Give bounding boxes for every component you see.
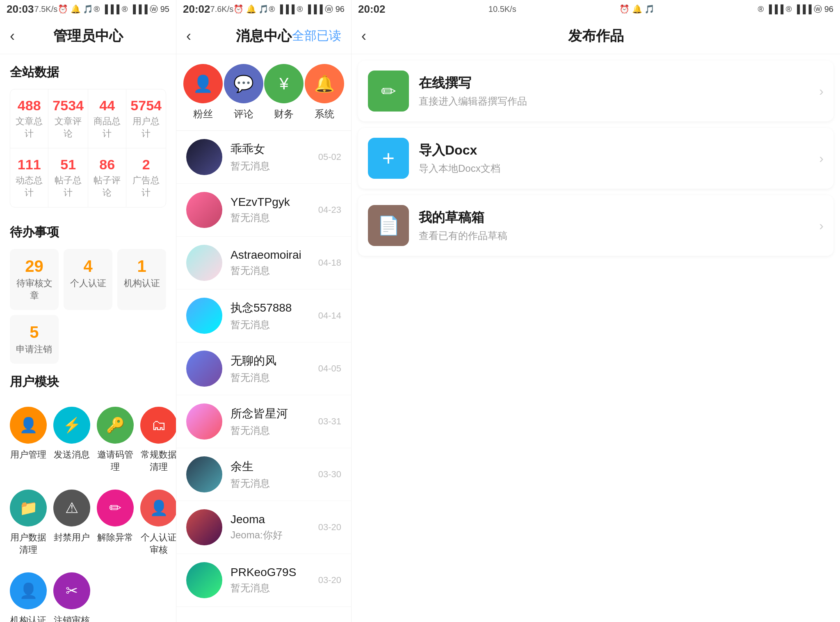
cat-fans-label: 粉丝 — [193, 107, 213, 121]
msg-avatar-3 — [186, 298, 222, 334]
module-org-cert-review[interactable]: 👤 机构认证审核 — [7, 564, 50, 622]
back-button-right[interactable]: ‹ — [361, 27, 366, 45]
todo-pending-articles-value: 29 — [14, 257, 55, 276]
module-user-management[interactable]: 👤 用户管理 — [7, 399, 50, 481]
todo-personal-cert[interactable]: 4 个人认证 — [64, 249, 112, 310]
msg-name-1: YEzvTPgyk — [231, 196, 318, 209]
publish-online-writing-sub: 直接进入编辑器撰写作品 — [419, 95, 819, 108]
stats-grid: 488 文章总计 7534 文章评论 44 商品总计 5754 用户总计 111 — [10, 89, 166, 207]
cat-system[interactable]: 🔔 系统 — [305, 64, 344, 121]
msg-item-8[interactable]: PRKeoG79S 暂无消息 03-20 — [176, 554, 351, 607]
module-user-data-clean[interactable]: 📁 用户数据清理 — [7, 481, 50, 564]
msg-preview-0: 暂无消息 — [231, 159, 318, 173]
msg-item-5[interactable]: 所念皆星河 暂无消息 03-31 — [176, 395, 351, 448]
status-bar-right: 20:02 10.5K/s ⏰ 🔔 🎵 ® ▐▐▐ ® ▐▐▐ ⓦ 96 — [352, 0, 840, 18]
msg-preview-2: 暂无消息 — [231, 264, 318, 277]
msg-item-2[interactable]: Astraeomoirai 暂无消息 04-18 — [176, 237, 351, 289]
stat-dynamics-label: 动态总计 — [14, 174, 44, 199]
todo-cancel-apply[interactable]: 5 申请注销 — [10, 315, 59, 364]
msg-item-6[interactable]: 余生 暂无消息 03-30 — [176, 448, 351, 501]
message-panel: 20:02 7.6K/s ⏰ 🔔 🎵 ® ▐▐▐ ® ▐▐▐ ⓦ 96 ‹ 消息… — [176, 0, 352, 622]
back-button-left[interactable]: ‹ — [10, 27, 15, 45]
cat-system-icon: 🔔 — [305, 64, 344, 103]
admin-panel: 20:03 7.5K/s ⏰ 🔔 🎵 ® ▐▐▐ ® ▐▐▐ ⓦ 95 ‹ 管理… — [0, 0, 176, 622]
message-list[interactable]: 乖乖女 暂无消息 05-02 YEzvTPgyk 暂无消息 04-23 Astr… — [176, 131, 351, 622]
publish-draft-box-icon: 📄 — [368, 205, 409, 246]
msg-item-3[interactable]: 执念557888 暂无消息 04-14 — [176, 289, 351, 342]
user-module-grid: 👤 用户管理 ⚡ 发送消息 🔑 邀请码管理 🗂 常规数据清理 📁 用户数据清理 … — [0, 399, 176, 622]
module-invite-code[interactable]: 🔑 邀请码管理 — [94, 399, 137, 481]
msg-preview-5: 暂无消息 — [231, 424, 318, 437]
site-stats-section: 全站数据 488 文章总计 7534 文章评论 44 商品总计 5754 用户总… — [0, 54, 176, 207]
todo-org-cert[interactable]: 1 机构认证 — [117, 249, 166, 310]
module-personal-cert-review[interactable]: 👤 个人认证审核 — [137, 481, 176, 564]
publish-draft-box-text: 我的草稿箱 查看已有的作品草稿 — [419, 209, 819, 242]
stat-posts-value: 51 — [52, 157, 84, 173]
speed-right: 10.5K/s — [488, 5, 516, 14]
publish-import-docx-icon: + — [368, 138, 409, 179]
msg-name-6: 余生 — [231, 459, 318, 474]
msg-item-4[interactable]: 无聊的风 暂无消息 04-05 — [176, 342, 351, 395]
msg-item-0[interactable]: 乖乖女 暂无消息 05-02 — [176, 131, 351, 184]
msg-info-0: 乖乖女 暂无消息 — [231, 141, 318, 173]
cat-comments[interactable]: 💬 评论 — [224, 64, 263, 121]
mark-all-read-button[interactable]: 全部已读 — [292, 27, 341, 44]
sys-icons-right: ⏰ 🔔 🎵 — [619, 4, 655, 14]
publish-online-writing[interactable]: ✏ 在线撰写 直接进入编辑器撰写作品 › — [358, 61, 833, 121]
cat-fans[interactable]: 👤 粉丝 — [183, 64, 223, 121]
publish-import-docx[interactable]: + 导入Docx 导入本地Docx文档 › — [358, 128, 833, 189]
stat-users: 5754 用户总计 — [126, 89, 166, 148]
message-categories: 👤 粉丝 💬 评论 ¥ 财务 🔔 系统 — [176, 54, 351, 131]
publish-draft-box-chevron: › — [819, 218, 824, 233]
todo-pending-articles[interactable]: 29 待审核文章 — [10, 249, 59, 310]
publish-online-writing-icon: ✏ — [368, 71, 409, 112]
cat-finance[interactable]: ¥ 财务 — [264, 64, 304, 121]
signal-icons-left: ® ▐▐▐ ® ▐▐▐ ⓦ 95 — [94, 4, 169, 15]
stat-ads: 2 广告总计 — [126, 148, 166, 207]
module-org-cert-review-icon: 👤 — [10, 572, 47, 609]
module-resolve-anomaly[interactable]: ✏ 解除异常 — [94, 481, 137, 564]
msg-avatar-8 — [186, 562, 222, 598]
msg-preview-8: 暂无消息 — [231, 581, 318, 595]
module-ban-user-icon: ⚠ — [53, 490, 90, 526]
signal-icons-center: ® ▐▐▐ ® ▐▐▐ ⓦ 96 — [269, 4, 345, 15]
status-bar-left: 20:03 7.5K/s ⏰ 🔔 🎵 ® ▐▐▐ ® ▐▐▐ ⓦ 95 — [0, 0, 176, 18]
stat-products-value: 44 — [92, 98, 122, 114]
msg-info-6: 余生 暂无消息 — [231, 459, 318, 490]
msg-info-1: YEzvTPgyk 暂无消息 — [231, 196, 318, 224]
stat-article-comments: 7534 文章评论 — [48, 89, 88, 148]
todo-title: 待办事项 — [10, 224, 166, 241]
cat-finance-icon: ¥ — [264, 64, 304, 103]
msg-info-5: 所念皆星河 暂无消息 — [231, 406, 318, 437]
user-module-section: 用户模块 — [0, 364, 176, 390]
cat-system-label: 系统 — [315, 107, 334, 121]
msg-name-5: 所念皆星河 — [231, 406, 318, 422]
time-right: 20:02 — [358, 3, 386, 16]
publish-import-docx-title: 导入Docx — [419, 141, 819, 159]
publish-draft-box[interactable]: 📄 我的草稿箱 查看已有的作品草稿 › — [358, 195, 833, 256]
msg-name-0: 乖乖女 — [231, 141, 318, 157]
msg-item-1[interactable]: YEzvTPgyk 暂无消息 04-23 — [176, 184, 351, 237]
module-data-clean[interactable]: 🗂 常规数据清理 — [137, 399, 176, 481]
back-button-center[interactable]: ‹ — [186, 27, 191, 45]
user-module-title: 用户模块 — [10, 374, 166, 390]
msg-info-3: 执念557888 暂无消息 — [231, 300, 318, 331]
msg-avatar-1 — [186, 192, 222, 228]
stat-dynamics-value: 111 — [14, 157, 44, 173]
msg-item-7[interactable]: Jeoma Jeoma:你好 03-20 — [176, 501, 351, 554]
msg-info-2: Astraeomoirai 暂无消息 — [231, 248, 318, 277]
left-scroll[interactable]: 全站数据 488 文章总计 7534 文章评论 44 商品总计 5754 用户总… — [0, 54, 176, 622]
publish-panel: 20:02 10.5K/s ⏰ 🔔 🎵 ® ▐▐▐ ® ▐▐▐ ⓦ 96 ‹ 发… — [352, 0, 840, 622]
msg-avatar-7 — [186, 509, 222, 545]
publish-import-docx-text: 导入Docx 导入本地Docx文档 — [419, 141, 819, 175]
msg-info-8: PRKeoG79S 暂无消息 — [231, 566, 318, 595]
stat-products: 44 商品总计 — [88, 89, 126, 148]
msg-time-4: 04-05 — [318, 363, 341, 374]
module-ban-user[interactable]: ⚠ 封禁用户 — [50, 481, 94, 564]
module-user-data-clean-icon: 📁 — [10, 490, 47, 526]
module-send-message[interactable]: ⚡ 发送消息 — [50, 399, 94, 481]
module-cancel-review[interactable]: ✂ 注销审核 — [50, 564, 94, 622]
module-data-clean-icon: 🗂 — [140, 407, 176, 444]
msg-time-1: 04-23 — [318, 205, 341, 215]
todo-org-cert-label: 机构认证 — [121, 277, 162, 289]
